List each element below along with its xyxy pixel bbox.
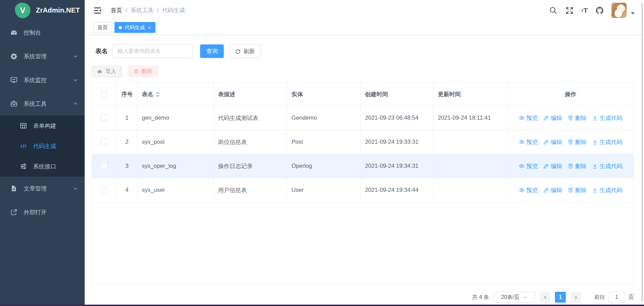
- preview-link[interactable]: 预览: [519, 114, 538, 122]
- search-button[interactable]: 查询: [200, 44, 224, 58]
- table-name-label: 表名: [95, 47, 108, 55]
- sidebar-item-system-manage[interactable]: 系统管理: [0, 44, 85, 68]
- trash-icon: [567, 187, 574, 193]
- delete-link[interactable]: 删除: [567, 162, 587, 170]
- goto-page-input[interactable]: [608, 292, 625, 303]
- sidebar-item-label: 文章管理: [24, 185, 73, 192]
- chevron-down-icon: [73, 54, 78, 59]
- delete-link[interactable]: 删除: [567, 114, 587, 122]
- sidebar-item-system-tools[interactable]: 系统工具: [0, 92, 85, 116]
- cell-description: 代码生成测试表: [214, 106, 287, 130]
- page-scrollbar[interactable]: [642, 3, 643, 302]
- breadcrumb-page: 代码生成: [162, 6, 185, 14]
- sidebar-item-dashboard[interactable]: 控制台: [0, 21, 85, 44]
- cell-created: 2021-09-24 19:34:44: [361, 178, 433, 202]
- eye-icon: [519, 187, 525, 193]
- logo-letter: V: [20, 6, 25, 15]
- sidebar-item-form-builder[interactable]: 表单构建: [0, 116, 85, 136]
- table-name-input[interactable]: [112, 44, 193, 58]
- eye-icon: [519, 115, 525, 121]
- chevron-left-icon: [543, 295, 548, 300]
- cell-updated: [433, 178, 508, 202]
- refresh-button[interactable]: 刷新: [229, 44, 261, 58]
- table-row[interactable]: 3 sys_oper_log 操作日志记录 Operlog 2021-09-24…: [92, 154, 634, 178]
- sidebar-item-external-open[interactable]: 外部打开: [0, 200, 85, 224]
- tab-close-icon[interactable]: ×: [148, 25, 151, 30]
- download-icon: [592, 139, 598, 145]
- column-header-updated: 更新时间: [433, 83, 508, 106]
- generate-code-link[interactable]: 生成代码: [592, 114, 623, 122]
- sliders-icon: [20, 163, 27, 170]
- sidebar-item-label: 系统工具: [24, 100, 73, 108]
- edit-link[interactable]: 编辑: [543, 162, 562, 170]
- cell-created: 2021-09-24 19:34:31: [361, 154, 433, 178]
- prev-page-button[interactable]: [540, 292, 550, 303]
- sidebar-item-system-api[interactable]: 系统接口: [0, 156, 85, 177]
- document-icon: [10, 185, 18, 192]
- import-button[interactable]: 导入: [91, 66, 122, 77]
- search-icon[interactable]: [549, 6, 558, 15]
- column-header-actions: 操作: [508, 83, 634, 106]
- select-all-checkbox[interactable]: [101, 91, 108, 98]
- row-checkbox[interactable]: [101, 139, 108, 145]
- sort-caret-icon[interactable]: [156, 91, 160, 97]
- filter-bar: 表名 查询 刷新: [91, 44, 634, 58]
- table-row[interactable]: 1 gen_demo 代码生成测试表 Gendemo 2021-09-23 06…: [92, 106, 634, 130]
- tab-code-generate[interactable]: 代码生成 ×: [114, 22, 155, 33]
- generate-code-link[interactable]: 生成代码: [592, 162, 623, 170]
- cell-entity: Post: [287, 130, 361, 154]
- delete-selected-button[interactable]: 删除: [128, 66, 158, 77]
- cell-entity: Operlog: [287, 154, 361, 178]
- toolbox-icon: [10, 100, 18, 107]
- preview-link[interactable]: 预览: [519, 186, 538, 194]
- pagination-total: 共 4 条: [472, 294, 489, 301]
- delete-link[interactable]: 删除: [567, 138, 587, 146]
- row-checkbox[interactable]: [101, 115, 108, 121]
- edit-link[interactable]: 编辑: [543, 138, 562, 146]
- cell-index: 3: [117, 154, 137, 178]
- import-button-label: 导入: [105, 68, 116, 75]
- column-header-created: 创建时间: [361, 83, 433, 106]
- app-logo[interactable]: V ZrAdmin.NET: [0, 0, 85, 21]
- table-row[interactable]: 2 sys_post 岗位信息表 Post 2021-09-24 19:33:3…: [92, 130, 634, 154]
- generate-code-link[interactable]: 生成代码: [592, 186, 623, 194]
- cell-name: sys_user: [137, 178, 214, 202]
- breadcrumb-home[interactable]: 首页: [111, 6, 122, 14]
- sidebar-item-code-generate[interactable]: 代码生成: [0, 136, 85, 156]
- sidebar-item-system-monitor[interactable]: 系统监控: [0, 68, 85, 92]
- refresh-icon: [235, 48, 241, 54]
- delete-link[interactable]: 删除: [567, 186, 587, 194]
- page-size-select[interactable]: 20条/页: [494, 292, 535, 303]
- edit-link[interactable]: 编辑: [543, 114, 562, 122]
- next-page-button[interactable]: [571, 292, 581, 303]
- edit-link[interactable]: 编辑: [543, 186, 562, 194]
- generate-code-link[interactable]: 生成代码: [592, 138, 623, 146]
- chevron-right-icon: [574, 295, 578, 300]
- download-icon: [592, 187, 598, 193]
- gear-icon: [10, 53, 18, 60]
- sidebar-item-label: 系统接口: [33, 163, 78, 170]
- row-checkbox[interactable]: [101, 187, 108, 193]
- bottom-edge-strip: [0, 305, 644, 306]
- fullscreen-icon[interactable]: [565, 6, 574, 15]
- user-avatar[interactable]: [611, 3, 627, 18]
- preview-link[interactable]: 预览: [519, 162, 538, 170]
- row-checkbox[interactable]: [101, 163, 108, 169]
- tab-home[interactable]: 首页: [93, 22, 112, 33]
- sidebar-collapse-icon[interactable]: [93, 6, 102, 15]
- github-icon[interactable]: [595, 6, 604, 15]
- logo-icon: V: [15, 3, 30, 18]
- goto-suffix: 页: [628, 294, 634, 301]
- preview-link[interactable]: 预览: [519, 138, 538, 146]
- table-grid-icon: [20, 122, 27, 129]
- avatar-caret-down-icon[interactable]: [631, 12, 635, 15]
- page-number-button[interactable]: 1: [555, 292, 566, 303]
- sidebar-item-label: 外部打开: [24, 208, 78, 216]
- sidebar-item-label: 代码生成: [33, 142, 78, 150]
- download-icon: [592, 163, 598, 169]
- table-row[interactable]: 4 sys_user 用户信息表 User 2021-09-24 19:34:4…: [92, 178, 634, 202]
- column-header-name[interactable]: 表名: [137, 83, 214, 106]
- font-size-icon[interactable]: тT: [581, 6, 588, 15]
- sidebar-item-article-manage[interactable]: 文章管理: [0, 177, 85, 200]
- chevron-down-icon: [523, 295, 528, 300]
